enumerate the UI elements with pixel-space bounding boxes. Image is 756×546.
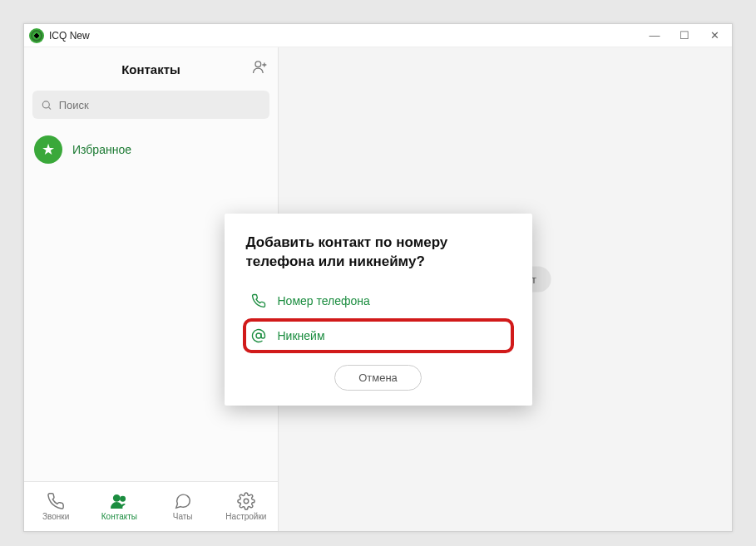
- nav-settings-label: Настройки: [225, 512, 266, 521]
- nav-contacts-label: Контакты: [101, 512, 137, 521]
- svg-point-4: [244, 499, 249, 504]
- chat-icon: [174, 492, 192, 510]
- favorites-row[interactable]: ★ Избранное: [24, 127, 278, 172]
- favorites-label: Избранное: [72, 143, 131, 156]
- add-person-icon: [251, 59, 268, 76]
- nav-chats[interactable]: Чаты: [151, 482, 215, 531]
- phone-icon: [47, 492, 65, 510]
- svg-point-0: [255, 61, 261, 67]
- gear-icon: [237, 492, 255, 510]
- nav-contacts[interactable]: Контакты: [87, 482, 151, 531]
- search-icon: [41, 99, 52, 111]
- svg-point-5: [256, 333, 261, 338]
- sidebar-title: Контакты: [121, 62, 180, 76]
- maximize-button[interactable]: ☐: [677, 29, 692, 42]
- sidebar-header: Контакты: [24, 47, 278, 91]
- window-controls: — ☐ ✕: [647, 29, 727, 42]
- bottom-nav: Звонки Контакты Чаты: [24, 481, 278, 531]
- titlebar: ICQ New — ☐ ✕: [24, 24, 732, 47]
- close-button[interactable]: ✕: [707, 29, 722, 42]
- nav-settings[interactable]: Настройки: [215, 482, 278, 531]
- nav-calls[interactable]: Звонки: [24, 482, 87, 531]
- add-contact-dialog: Добавить контакт по номеру телефона или …: [225, 214, 532, 406]
- nav-calls-label: Звонки: [42, 512, 69, 521]
- contacts-icon: [110, 492, 128, 510]
- star-icon: ★: [34, 135, 62, 164]
- svg-point-1: [42, 101, 49, 107]
- option-phone[interactable]: Номер телефона: [246, 285, 511, 317]
- search-input[interactable]: [59, 99, 261, 111]
- window-title: ICQ New: [49, 30, 90, 42]
- minimize-button[interactable]: —: [647, 29, 662, 42]
- phone-icon: [251, 293, 266, 308]
- nav-chats-label: Чаты: [173, 512, 193, 521]
- search-box[interactable]: [32, 91, 269, 119]
- app-logo-icon: [29, 28, 44, 43]
- dialog-title: Добавить контакт по номеру телефона или …: [246, 234, 511, 272]
- cancel-button[interactable]: Отмена: [334, 365, 422, 391]
- add-contact-button[interactable]: [251, 59, 268, 80]
- svg-point-3: [121, 497, 126, 502]
- option-nickname[interactable]: Никнейм: [243, 318, 514, 353]
- at-sign-icon: [251, 328, 266, 343]
- option-phone-label: Номер телефона: [278, 294, 370, 307]
- option-nickname-label: Никнейм: [278, 329, 325, 342]
- app-window: ICQ New — ☐ ✕ Контакты: [23, 23, 733, 532]
- svg-point-2: [114, 495, 120, 501]
